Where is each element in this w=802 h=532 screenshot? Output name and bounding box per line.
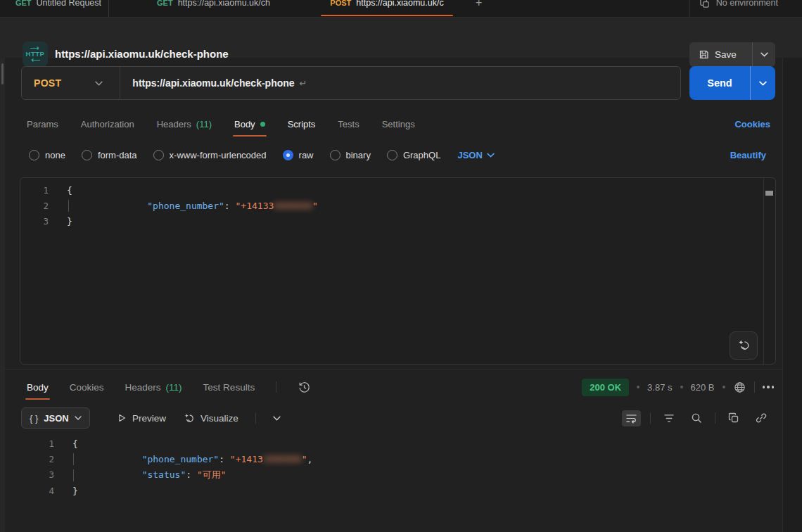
response-tabs: Body Cookies Headers (11) Test Results — [27, 374, 311, 400]
copy-button[interactable] — [725, 410, 743, 426]
more-views-caret[interactable] — [273, 416, 281, 421]
dot-separator — [637, 386, 639, 388]
status-badge: 200 OK — [582, 379, 629, 396]
response-format-dropdown[interactable]: { } JSON — [21, 407, 90, 429]
request-tab-2[interactable]: GET https://api.xiaomu.uk/ch — [109, 0, 318, 17]
indent-guide — [73, 469, 74, 481]
word-wrap-button[interactable] — [622, 410, 641, 426]
request-body-editor[interactable]: 1 { 2 "phone_number": "+141330000000" 3 … — [20, 177, 776, 365]
search-icon — [691, 412, 702, 424]
visualize-button[interactable]: Visualize — [183, 412, 238, 424]
radio-urlencoded[interactable]: x-www-form-urlencoded — [153, 150, 267, 160]
divider — [715, 412, 715, 424]
response-time: 3.87 s — [647, 382, 672, 393]
tab-authorization[interactable]: Authorization — [81, 111, 134, 137]
radio-raw[interactable]: raw — [283, 150, 314, 160]
save-button[interactable]: Save — [689, 42, 775, 67]
filter-icon — [663, 414, 675, 423]
radio-graphql[interactable]: GraphQL — [387, 150, 440, 160]
response-action-icons — [622, 407, 770, 429]
link-button[interactable] — [752, 410, 770, 426]
tab-headers[interactable]: Headers (11) — [157, 111, 212, 137]
raw-format-dropdown[interactable]: JSON — [457, 150, 494, 160]
headers-count: (11) — [196, 119, 212, 129]
preview-button[interactable]: Preview — [117, 413, 166, 424]
response-tab-cookies[interactable]: Cookies — [70, 374, 104, 400]
method-badge-post: POST — [330, 0, 351, 7]
postbot-button[interactable] — [730, 331, 758, 360]
request-tabs: Params Authorization Headers (11) Body S… — [27, 111, 415, 137]
radio-selected-icon — [283, 150, 293, 160]
tab-settings[interactable]: Settings — [382, 111, 415, 137]
request-tab-untitled[interactable]: GET Untitled Request — [8, 0, 108, 17]
copy-icon — [728, 412, 739, 424]
divider — [754, 381, 755, 393]
sidebar-drag-handle[interactable] — [1, 63, 4, 84]
topbar-divider — [689, 0, 689, 17]
globe-icon[interactable] — [733, 381, 746, 394]
editor-scrollbar[interactable] — [763, 178, 775, 364]
send-button[interactable]: Send — [689, 66, 775, 100]
environment-selector[interactable]: No environment — [699, 0, 778, 8]
radio-icon — [153, 150, 164, 160]
sidebar-collapsed-rail[interactable] — [0, 58, 5, 532]
more-actions-icon[interactable] — [763, 386, 775, 388]
indent-guide — [68, 200, 69, 212]
search-button[interactable] — [687, 410, 706, 426]
save-options-caret[interactable] — [753, 52, 775, 57]
request-tab-active[interactable]: POST https://api.xiaomu.uk/c — [318, 0, 456, 17]
method-selector[interactable]: POST — [34, 77, 61, 89]
history-icon[interactable] — [298, 381, 311, 394]
radio-icon — [82, 150, 92, 160]
response-tab-test-results[interactable]: Test Results — [203, 374, 255, 400]
http-protocol-icon: HTTP — [23, 42, 48, 67]
cookies-link[interactable]: Cookies — [734, 111, 770, 137]
new-tab-button[interactable]: + — [476, 0, 482, 17]
method-selector-caret[interactable] — [95, 81, 103, 86]
radio-none[interactable]: none — [29, 150, 65, 160]
dot-separator — [680, 386, 683, 388]
chevron-down-icon — [760, 52, 768, 57]
link-icon — [756, 412, 767, 424]
app-window: GET Untitled Request GET https://api.xia… — [0, 0, 802, 532]
response-tab-body[interactable]: Body — [27, 374, 49, 400]
divider — [276, 381, 276, 393]
response-tab-headers[interactable]: Headers (11) — [125, 374, 182, 400]
request-url-bar: POST https://api.xiaomu.uk/check-phone ↵ — [21, 66, 681, 100]
chevron-down-icon — [75, 416, 82, 420]
redacted-phone-digits: 3000000 — [263, 454, 302, 464]
workspace-tab-bar: GET Untitled Request GET https://api.xia… — [0, 0, 802, 18]
response-tools: Preview Visualize — [117, 407, 281, 429]
beautify-link[interactable]: Beautify — [730, 145, 766, 165]
request-title: https://api.xiaomu.uk/check-phone — [55, 48, 229, 60]
radio-icon — [29, 150, 39, 160]
url-input[interactable]: https://api.xiaomu.uk/check-phone — [132, 77, 294, 89]
send-label: Send — [689, 77, 750, 89]
divider — [255, 412, 256, 424]
method-badge-get: GET — [15, 0, 32, 7]
tab-tests[interactable]: Tests — [338, 111, 359, 137]
code-line: 2 "phone_number": "+141330000000" — [20, 198, 763, 213]
save-icon — [699, 49, 709, 60]
save-label: Save — [715, 49, 737, 60]
divider — [650, 412, 651, 424]
radio-icon — [387, 150, 397, 160]
braces-icon: { } — [30, 413, 38, 424]
tab-body[interactable]: Body — [234, 111, 265, 137]
scrollbar-thumb[interactable] — [765, 191, 773, 196]
response-divider — [0, 369, 802, 369]
radio-binary[interactable]: binary — [330, 150, 371, 160]
chevron-down-icon — [759, 81, 767, 86]
radio-icon — [330, 150, 340, 160]
window-scrollbar-gutter[interactable] — [782, 58, 802, 532]
play-icon — [117, 413, 127, 423]
request-header: HTTP https://api.xiaomu.uk/check-phone S… — [0, 18, 802, 58]
tab-params[interactable]: Params — [27, 111, 58, 137]
enter-hint: ↵ — [300, 78, 307, 89]
environment-label: No environment — [716, 0, 778, 8]
send-options-caret[interactable] — [751, 81, 775, 86]
filter-button[interactable] — [660, 411, 678, 426]
tab-scripts[interactable]: Scripts — [288, 111, 316, 137]
radio-form-data[interactable]: form-data — [82, 150, 137, 160]
url-bar-divider — [120, 67, 120, 99]
